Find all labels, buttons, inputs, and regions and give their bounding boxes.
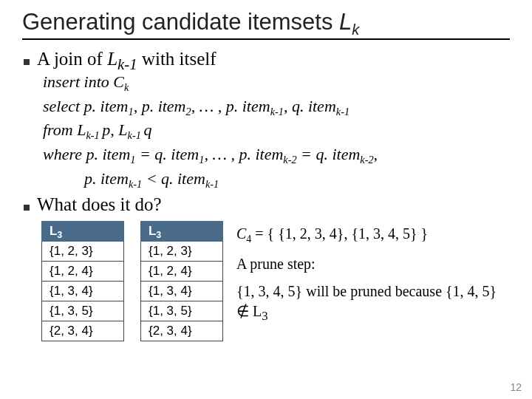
table-l3-right: L3 {1, 2, 3} {1, 2, 4} {1, 3, 4} {1, 3, … [140,221,223,341]
title-subscript: k [352,21,359,38]
bullet-what-text: What does it do? [37,194,162,215]
sql-where: where p. item1 = q. item1, … , p. itemk-… [43,143,510,191]
title-symbol: L [339,9,352,35]
page-number: 12 [510,381,522,393]
sql-insert: insert into Ck [43,71,510,95]
bullet-join-text: A join of Lk-1 with itself [37,49,216,69]
sql-from: from Lk-1 p, Lk-1 q [43,119,510,143]
bullet-icon [24,205,30,211]
table-header: L3 [141,222,223,242]
slide: Generating candidate itemsets Lk A join … [0,0,532,399]
table-row: {2, 3, 4} [141,321,223,341]
tables-pair: L3 {1, 2, 3} {1, 2, 4} {1, 3, 4} {1, 3, … [41,221,223,341]
table-l3-left: L3 {1, 2, 3} {1, 2, 4} {1, 3, 4} {1, 3, … [41,221,124,341]
table-row: {1, 2, 4} [141,262,223,282]
prune-reason: {1, 3, 4, 5} will be pruned because {1, … [236,282,510,321]
c4-result: C4 = { {1, 2, 3, 4}, {1, 3, 4, 5} } [236,224,510,244]
bullet-icon [24,59,30,65]
sql-select: select p. item1, p. item2, … , p. itemk-… [43,95,510,120]
bullet-what: What does it do? [24,194,510,215]
table-row: {1, 2, 4} [42,262,124,282]
table-row: {2, 3, 4} [42,321,124,341]
right-text: C4 = { {1, 2, 3, 4}, {1, 3, 4, 5} } A pr… [236,221,510,321]
table-row: {1, 2, 3} [42,242,124,262]
sql-block: insert into Ck select p. item1, p. item2… [43,71,510,191]
table-row: {1, 3, 5} [141,301,223,321]
prune-step-label: A prune step: [236,254,510,274]
table-header: L3 [42,222,124,242]
title-text: Generating candidate itemsets [22,9,339,35]
bullet-join: A join of Lk-1 with itself [24,49,510,69]
table-row: {1, 3, 4} [42,282,124,301]
sql-where-cont: p. itemk-1 < q. itemk-1 [43,168,510,192]
table-row: {1, 3, 4} [141,282,223,301]
table-row: {1, 3, 5} [42,301,124,321]
table-row: {1, 2, 3} [141,242,223,262]
slide-title: Generating candidate itemsets Lk [22,9,510,40]
bottom-row: L3 {1, 2, 3} {1, 2, 4} {1, 3, 4} {1, 3, … [22,221,510,341]
